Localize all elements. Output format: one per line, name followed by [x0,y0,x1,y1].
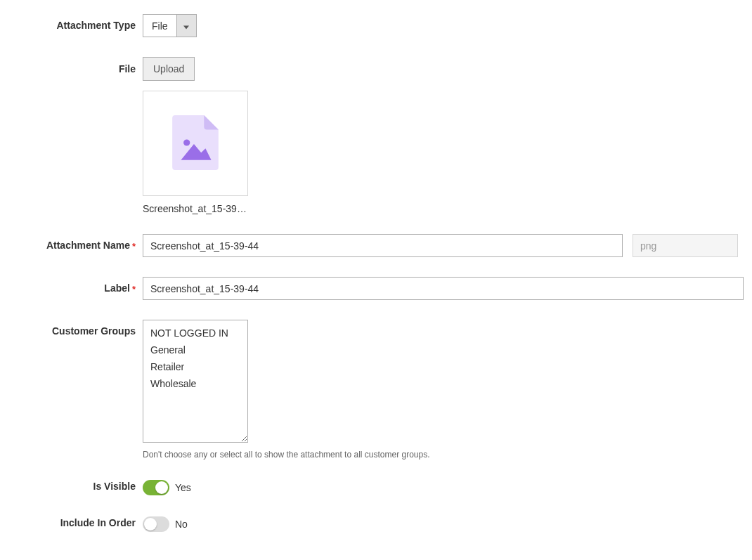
row-include-in-order: Include In Order No [14,516,738,533]
customer-group-option[interactable]: Retailer [143,358,247,375]
dropdown-arrow[interactable] [176,15,196,37]
customer-groups-select[interactable]: NOT LOGGED IN General Retailer Wholesale [143,320,248,443]
required-star-icon: * [132,284,136,294]
label-attachment-name: Attachment Name* [14,234,143,252]
label-customer-groups: Customer Groups [14,320,143,337]
label-file: File [14,57,143,74]
attachment-extension-input [633,234,738,257]
file-preview-caption: Screenshot_at_15-39-44.png [143,203,248,214]
is-visible-state: Yes [175,482,191,493]
row-is-visible: Is Visible Yes [14,479,738,496]
label-label: Label* [14,277,143,294]
image-file-icon [172,115,219,172]
include-in-order-state: No [175,519,188,530]
row-customer-groups: Customer Groups NOT LOGGED IN General Re… [14,320,738,460]
toggle-knob [155,481,168,494]
attachment-type-select[interactable]: File [143,14,197,37]
include-in-order-toggle[interactable] [143,516,169,532]
is-visible-toggle[interactable] [143,480,169,495]
label-attachment-type: Attachment Type [14,14,143,31]
svg-point-1 [183,139,190,145]
customer-group-option[interactable]: General [143,341,247,358]
attachment-name-input[interactable] [143,234,623,257]
row-attachment-name: Attachment Name* [14,234,738,257]
row-file: File Upload Screenshot_at_15-39-44.png [14,57,738,214]
customer-group-option[interactable]: NOT LOGGED IN [143,325,247,341]
chevron-down-icon [183,20,189,32]
toggle-knob [144,518,157,530]
customer-groups-help: Don't choose any or select all to show t… [143,450,430,460]
svg-marker-0 [183,25,189,29]
row-label: Label* [14,277,738,300]
upload-button[interactable]: Upload [143,57,195,81]
label-input[interactable] [143,277,744,300]
row-attachment-type: Attachment Type File [14,14,738,37]
required-star-icon: * [132,241,136,252]
file-preview-box[interactable] [143,91,248,196]
attachment-type-value: File [143,15,176,37]
customer-group-option[interactable]: Wholesale [143,375,247,392]
label-is-visible: Is Visible [14,479,143,492]
label-include-in-order: Include In Order [14,516,143,528]
